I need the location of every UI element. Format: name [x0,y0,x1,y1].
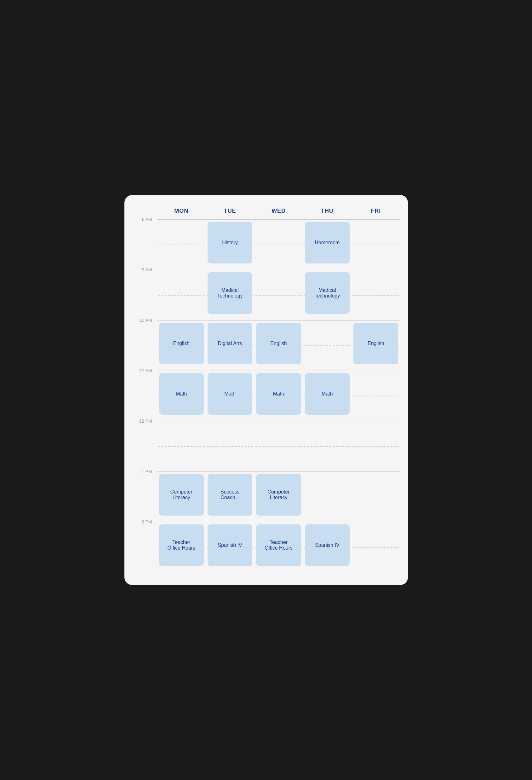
day-header-fri: FRI [352,205,400,217]
tue-11am-slot[interactable]: Math [206,371,254,421]
time-10am: 10 AM [132,320,157,371]
thu-11am-slot[interactable]: Math [303,371,352,421]
mon-9am-slot[interactable] [157,270,206,320]
event-thu-medical-tech[interactable]: Medical Technology [305,272,350,314]
event-tue-math[interactable]: Math [208,373,252,415]
tue-12pm-slot[interactable] [206,421,254,472]
day-header-tue: TUE [206,205,254,217]
day-header-thu: THU [303,205,352,217]
wed-10am-slot[interactable]: English [254,320,303,371]
tue-10am-slot[interactable]: Digital Arts [206,320,254,371]
event-tue-success-coach[interactable]: Success Coach... [208,474,252,516]
time-11am: 11 AM [132,371,157,421]
thu-8am-slot[interactable]: Homeroom [303,220,352,270]
event-fri-english[interactable]: English [354,323,398,364]
event-thu-spanish[interactable]: Spanish IV [305,524,350,566]
fri-2pm-slot[interactable] [352,522,400,572]
mon-10am-slot[interactable]: English [157,320,206,371]
tue-9am-slot[interactable]: Medical Technology [206,270,254,320]
tue-1pm-slot[interactable]: Success Coach... [206,472,254,522]
mon-1pm-slot[interactable]: Computer Literacy [157,472,206,522]
thu-2pm-slot[interactable]: Spanish IV [303,522,352,572]
time-column: 8 AM 9 AM 10 AM 11 AM 12 PM 1 PM 2 PM [132,220,157,572]
wed-8am-slot[interactable] [254,220,303,270]
tue-2pm-slot[interactable]: Spanish IV [206,522,254,572]
tue-column: History Medical Technology Digital Arts … [206,220,254,572]
day-header-mon: MON [157,205,206,217]
fri-8am-slot[interactable] [352,220,400,270]
event-tue-spanish[interactable]: Spanish IV [208,524,252,566]
event-mon-computer-literacy[interactable]: Computer Literacy [159,474,204,516]
time-9am: 9 AM [132,270,157,320]
wed-9am-slot[interactable] [254,270,303,320]
wed-1pm-slot[interactable]: Computer Literacy [254,472,303,522]
event-tue-medical-tech[interactable]: Medical Technology [208,272,252,314]
schedule-grid: 8 AM 9 AM 10 AM 11 AM 12 PM 1 PM 2 PM En… [132,220,400,572]
time-1pm: 1 PM [132,472,157,522]
event-wed-english[interactable]: English [256,323,301,364]
event-thu-homeroom[interactable]: Homeroom [305,222,350,263]
wed-11am-slot[interactable]: Math [254,371,303,421]
event-thu-math[interactable]: Math [305,373,350,415]
wed-column: English Math Computer Literacy Teacher O… [254,220,303,572]
fri-10am-slot[interactable]: English [352,320,400,371]
wed-2pm-slot[interactable]: Teacher Office Hours [254,522,303,572]
fri-11am-slot[interactable] [352,371,400,421]
day-header-wed: WED [254,205,303,217]
event-wed-office-hours[interactable]: Teacher Office Hours [256,524,301,566]
mon-column: English Math Computer Literacy Teacher O… [157,220,206,572]
header-row: MON TUE WED THU FRI [132,205,400,217]
fri-12pm-slot[interactable] [352,421,400,472]
event-wed-math[interactable]: Math [256,373,301,415]
mon-8am-slot[interactable] [157,220,206,270]
thu-12pm-slot[interactable] [303,421,352,472]
mon-11am-slot[interactable]: Math [157,371,206,421]
wed-12pm-slot[interactable] [254,421,303,472]
event-mon-math[interactable]: Math [159,373,204,415]
thu-column: Homeroom Medical Technology Math Spanish… [303,220,352,572]
event-tue-digital-arts[interactable]: Digital Arts [208,323,252,364]
event-tue-history[interactable]: History [208,222,252,263]
thu-1pm-slot[interactable] [303,472,352,522]
event-mon-office-hours[interactable]: Teacher Office Hours [159,524,204,566]
mon-12pm-slot[interactable] [157,421,206,472]
event-mon-english[interactable]: English [159,323,204,364]
tue-8am-slot[interactable]: History [206,220,254,270]
thu-9am-slot[interactable]: Medical Technology [303,270,352,320]
mon-2pm-slot[interactable]: Teacher Office Hours [157,522,206,572]
calendar-container: MON TUE WED THU FRI 8 AM 9 AM 10 AM 11 A… [124,195,408,585]
event-wed-computer-literacy[interactable]: Computer Literacy [256,474,301,516]
time-8am: 8 AM [132,220,157,270]
time-header-spacer [132,205,157,217]
time-12pm: 12 PM [132,421,157,472]
fri-9am-slot[interactable] [352,270,400,320]
thu-10am-slot[interactable] [303,320,352,371]
fri-column: English [352,220,400,572]
time-2pm: 2 PM [132,522,157,572]
fri-1pm-slot[interactable] [352,472,400,522]
